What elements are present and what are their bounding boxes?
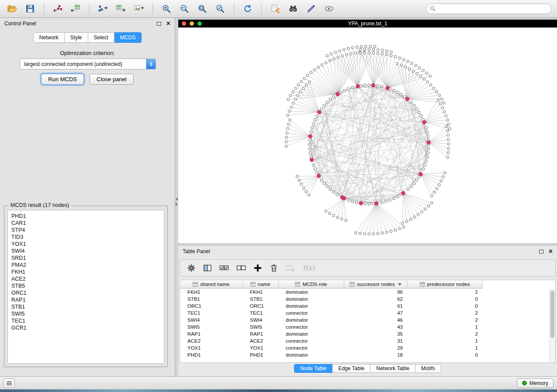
table-row[interactable]: SWI5SWI5connector431	[180, 323, 482, 330]
control-panel-tabbar: Network Style Select MCDS	[0, 32, 175, 43]
node-table: shared name name MCDS role successor nod…	[180, 280, 483, 358]
mcds-result-item[interactable]: PMA2	[11, 261, 160, 268]
add-column-icon[interactable]	[253, 264, 262, 272]
toolbar-separator	[261, 3, 262, 14]
apply-style-icon[interactable]	[304, 2, 318, 16]
mcds-result-item[interactable]: ORC1	[11, 289, 160, 296]
show-hide-graphics-eye-icon[interactable]	[322, 2, 336, 16]
node-table-body: FKH1FKH1dominator962STB1STB1dominator620…	[180, 289, 482, 359]
mcds-result-item[interactable]: GCR1	[11, 324, 160, 331]
zoom-in-icon[interactable]	[159, 2, 173, 16]
tab-style[interactable]: Style	[65, 32, 88, 43]
table-row[interactable]: RAP1RAP1dominator352	[180, 330, 482, 337]
network-svg	[178, 28, 556, 243]
splitter-handle-icon[interactable]	[175, 196, 178, 207]
table-row[interactable]: ACE2ACE2connector311	[180, 337, 482, 344]
window-maximize-button[interactable]	[197, 21, 202, 26]
network-canvas[interactable]	[178, 28, 557, 243]
column-header-successor-nodes[interactable]: successor nodes	[344, 280, 407, 289]
refresh-view-icon[interactable]	[241, 2, 255, 16]
toolbar-separator	[152, 3, 153, 14]
memory-button[interactable]: Memory	[517, 378, 554, 388]
table-scrollbar-thumb[interactable]	[550, 291, 554, 338]
tab-motifs[interactable]: Motifs	[415, 364, 441, 373]
optimization-criterion-value: largest connected component (undirected)	[24, 61, 122, 67]
tab-network[interactable]: Network	[33, 32, 65, 43]
mcds-result-item[interactable]: ACE2	[11, 275, 160, 282]
export-table-icon[interactable]	[114, 2, 128, 16]
window-close-button[interactable]	[182, 21, 186, 26]
toolbar-separator	[234, 3, 234, 14]
table-row[interactable]: YOX1YOX1connector291	[180, 344, 482, 351]
zoom-out-icon[interactable]	[177, 2, 191, 16]
status-bar: Memory	[0, 376, 557, 389]
mcds-result-list[interactable]: PHD1CAR1STP4TID3YOX1SWI4SRD1PMA2FKH1ACE2…	[7, 210, 164, 364]
open-session-icon[interactable]	[5, 2, 19, 16]
mcds-result-title: MCDS result (17 nodes)	[8, 202, 71, 208]
deselect-all-rows-icon[interactable]	[236, 264, 246, 272]
float-panel-icon[interactable]	[157, 22, 161, 26]
table-row[interactable]: TEC1TEC1connector472	[180, 309, 482, 316]
table-row[interactable]: SWI4SWI4dominator462	[180, 316, 482, 323]
function-builder-icon: f(x)	[303, 264, 315, 272]
mcds-result-item[interactable]: STP4	[11, 227, 160, 234]
close-table-panel-icon[interactable]: ×	[549, 248, 553, 255]
export-image-icon[interactable]	[132, 2, 146, 16]
status-menu-button[interactable]	[3, 378, 15, 388]
import-network-icon[interactable]	[51, 2, 65, 16]
tab-mcds[interactable]: MCDS	[114, 32, 142, 43]
mcds-result-item[interactable]: SWI4	[11, 248, 160, 254]
memory-status-icon	[522, 381, 527, 385]
table-row[interactable]: PHD1PHD1dominator180	[180, 351, 482, 358]
column-header-predecessor-nodes[interactable]: predecessor nodes	[407, 280, 482, 289]
float-table-panel-icon[interactable]	[539, 250, 543, 254]
mcds-result-item[interactable]: PHD1	[11, 213, 160, 220]
new-network-from-selection-icon[interactable]	[268, 2, 282, 16]
tab-select[interactable]: Select	[88, 32, 114, 43]
window-minimize-button[interactable]	[190, 21, 194, 26]
mcds-result-item[interactable]: STB1	[11, 303, 160, 310]
mcds-result-item[interactable]: SRD1	[11, 254, 160, 261]
table-row[interactable]: STB1STB1dominator620	[180, 296, 482, 303]
optimization-criterion-select[interactable]: largest connected component (undirected)	[20, 58, 156, 69]
save-session-icon[interactable]	[23, 2, 37, 16]
network-window-titlebar: YPA_prune.txt_1	[178, 20, 557, 28]
table-row[interactable]: ORC1ORC1dominator610	[180, 303, 482, 309]
list-menu-icon	[6, 381, 12, 386]
tab-node-table[interactable]: Node Table	[294, 364, 333, 373]
control-panel: Control Panel × Network Style Select MCD…	[0, 18, 175, 376]
find-binoculars-icon[interactable]	[286, 2, 300, 16]
export-network-icon[interactable]	[96, 2, 110, 16]
show-columns-icon[interactable]	[203, 264, 212, 272]
mcds-result-item[interactable]: CAR1	[11, 220, 160, 227]
table-row[interactable]: FKH1FKH1dominator962	[180, 289, 482, 296]
delete-column-trash-icon[interactable]	[270, 264, 278, 272]
column-header-mcds-role[interactable]: MCDS role	[278, 280, 344, 289]
close-panel-icon[interactable]: ×	[166, 20, 170, 27]
mcds-result-group: MCDS result (17 nodes) PHD1CAR1STP4TID3Y…	[4, 206, 168, 367]
zoom-fit-icon[interactable]	[195, 2, 209, 16]
column-header-name[interactable]: name	[242, 280, 278, 289]
import-table-icon[interactable]	[69, 2, 83, 16]
desktop-background	[0, 389, 557, 392]
mcds-result-item[interactable]: RAP1	[11, 296, 160, 303]
mcds-result-item[interactable]: YOX1	[11, 241, 160, 248]
mcds-result-item[interactable]: SWI5	[11, 310, 160, 317]
search-input[interactable]	[426, 3, 552, 14]
search-icon	[430, 6, 436, 11]
mcds-result-item[interactable]: TEC1	[11, 317, 160, 324]
mcds-result-item[interactable]: FKH1	[11, 268, 160, 275]
tab-network-table[interactable]: Network Table	[370, 364, 415, 373]
close-panel-button[interactable]: Close panel	[90, 74, 134, 85]
network-window: YPA_prune.txt_1	[178, 20, 557, 243]
table-scrollbar[interactable]	[549, 289, 555, 362]
mcds-result-item[interactable]: TID3	[11, 234, 160, 241]
table-settings-gear-icon[interactable]	[187, 264, 196, 272]
select-all-rows-icon[interactable]	[219, 264, 229, 272]
run-mcds-button[interactable]: Run MCDS	[41, 74, 84, 85]
zoom-selected-icon[interactable]	[213, 2, 227, 16]
column-header-shared-name[interactable]: shared name	[180, 280, 242, 289]
tab-edge-table[interactable]: Edge Table	[332, 364, 370, 373]
mcds-result-item[interactable]: STB5	[11, 282, 160, 289]
control-panel-header: Control Panel ×	[0, 18, 175, 29]
